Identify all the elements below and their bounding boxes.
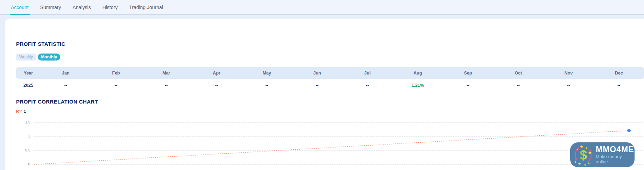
column-header-jun: Jun bbox=[292, 67, 342, 79]
column-header-aug: Aug bbox=[392, 67, 443, 79]
value-cell-mar: -- bbox=[141, 79, 192, 92]
column-header-year: Year bbox=[16, 67, 41, 79]
svg-text:★: ★ bbox=[580, 144, 583, 149]
column-header-dec: Dec bbox=[594, 67, 644, 79]
tab-trading-journal[interactable]: Trading Journal bbox=[128, 0, 164, 15]
svg-text:★: ★ bbox=[585, 147, 588, 150]
profit-table-body: 2025--------------1.21%-------- bbox=[16, 79, 644, 92]
y-tick-label: 1 bbox=[17, 134, 30, 138]
year-cell: 2025 bbox=[16, 79, 41, 92]
tab-history[interactable]: History bbox=[101, 0, 119, 15]
column-header-mar: Mar bbox=[141, 67, 192, 79]
dollar-stars-icon: $ ★ ★ ★ ★ ★ ★ ★ ★ bbox=[572, 144, 594, 166]
column-header-may: May bbox=[242, 67, 292, 79]
profit-table: YearJanFebMarAprMayJunJulAugSepOctNovDec… bbox=[16, 67, 644, 92]
content-card: PROFIT STATISTIC Weekly Monthly YearJanF… bbox=[5, 19, 644, 170]
svg-text:★: ★ bbox=[584, 163, 586, 166]
profit-table-header: YearJanFebMarAprMayJunJulAugSepOctNovDec bbox=[16, 67, 644, 79]
svg-text:★: ★ bbox=[574, 160, 577, 163]
value-cell-jan: -- bbox=[41, 79, 91, 92]
value-cell-sep: -- bbox=[443, 79, 493, 92]
profit-correlation-title: PROFIT CORRELATION CHART bbox=[16, 99, 98, 105]
column-header-apr: Apr bbox=[191, 67, 242, 79]
column-header-jan: Jan bbox=[41, 67, 91, 79]
watermark-brand: MMO4ME bbox=[596, 145, 635, 154]
trend-line bbox=[34, 130, 629, 164]
value-cell-aug: 1.21% bbox=[392, 79, 443, 92]
value-cell-apr: -- bbox=[191, 79, 242, 92]
column-header-jul: Jul bbox=[342, 67, 393, 79]
table-row: 2025--------------1.21%-------- bbox=[16, 79, 644, 92]
r-squared-label: R²= bbox=[16, 109, 22, 113]
y-tick-label: 1.5 bbox=[17, 120, 30, 124]
mmo4me-watermark: $ ★ ★ ★ ★ ★ ★ ★ ★ MMO4ME Make money onli… bbox=[570, 142, 635, 167]
tab-bar: AccountSummaryAnalysisHistoryTrading Jou… bbox=[0, 0, 644, 15]
value-cell-nov: -- bbox=[544, 79, 594, 92]
column-header-sep: Sep bbox=[443, 67, 493, 79]
weekly-toggle-button[interactable]: Weekly bbox=[16, 54, 36, 61]
tab-analysis[interactable]: Analysis bbox=[72, 0, 92, 15]
y-tick-label: 0.5 bbox=[17, 148, 30, 152]
column-header-feb: Feb bbox=[91, 67, 141, 79]
tab-account[interactable]: Account bbox=[10, 0, 30, 15]
value-cell-dec: -- bbox=[594, 79, 644, 92]
svg-text:★: ★ bbox=[576, 148, 579, 151]
y-tick-label: 0 bbox=[17, 162, 30, 166]
value-cell-oct: -- bbox=[493, 79, 544, 92]
watermark-tagline: Make money online bbox=[596, 154, 635, 164]
svg-text:★: ★ bbox=[588, 150, 592, 155]
value-cell-jul: -- bbox=[342, 79, 393, 92]
value-cell-feb: -- bbox=[91, 79, 141, 92]
page: AccountSummaryAnalysisHistoryTrading Jou… bbox=[0, 0, 644, 170]
tab-summary[interactable]: Summary bbox=[39, 0, 62, 15]
r-squared-value: 1 bbox=[24, 109, 26, 113]
period-toggle: Weekly Monthly bbox=[16, 54, 60, 61]
svg-text:★: ★ bbox=[587, 161, 590, 164]
svg-text:★: ★ bbox=[578, 161, 581, 165]
data-point[interactable] bbox=[627, 129, 631, 132]
value-cell-jun: -- bbox=[292, 79, 342, 92]
column-header-nov: Nov bbox=[544, 67, 594, 79]
column-header-oct: Oct bbox=[493, 67, 544, 79]
value-cell-may: -- bbox=[242, 79, 292, 92]
r-squared-annotation: R²=1 bbox=[16, 109, 26, 113]
correlation-chart: -0.500.511.501 bbox=[33, 118, 644, 170]
monthly-toggle-button[interactable]: Monthly bbox=[38, 54, 60, 61]
profit-statistic-title: PROFIT STATISTIC bbox=[16, 41, 65, 47]
